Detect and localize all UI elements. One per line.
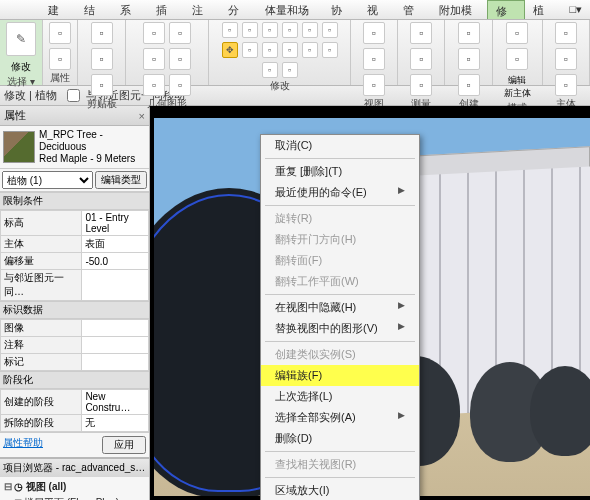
prop-value[interactable] (82, 320, 149, 337)
menu-tab-2[interactable]: 系统 (112, 0, 148, 19)
menu-bar: 建筑结构系统插入注释分析体量和场地协作视图管理附加模块修改植物□▾ (0, 0, 590, 20)
ribbon-icon[interactable]: ▫ (242, 42, 258, 58)
ribbon-icon[interactable]: ▫ (262, 42, 278, 58)
ribbon-icon[interactable]: ▫ (262, 62, 278, 78)
ribbon-icon[interactable]: ✥ (222, 42, 238, 58)
tree-thumbnail-icon (3, 131, 35, 163)
ribbon-icon[interactable]: ▫ (555, 74, 577, 96)
prop-value[interactable]: 无 (82, 415, 149, 432)
type-selector[interactable]: 植物 (1) (2, 171, 93, 189)
context-menu-item: 创建类似实例(S) (261, 344, 419, 365)
context-menu-item[interactable]: 选择全部实例(A)▶ (261, 407, 419, 428)
menu-tab-10[interactable]: 附加模块 (431, 0, 487, 19)
ribbon-icon[interactable]: ▫ (322, 22, 338, 38)
prop-value[interactable] (82, 337, 149, 354)
prop-value[interactable]: -50.0 (82, 253, 149, 270)
ribbon-icon[interactable]: ▫ (91, 48, 113, 70)
context-menu-item[interactable]: 区域放大(I) (261, 480, 419, 500)
ribbon-icon[interactable]: ▫ (555, 22, 577, 44)
ribbon-icon[interactable]: ▫ (143, 74, 165, 96)
ribbon-icon[interactable]: ▫ (302, 42, 318, 58)
ribbon-group-3: ▫▫▫▫▫▫几何图形 (126, 20, 210, 85)
prop-label: 图像 (1, 320, 82, 337)
ribbon-icon[interactable]: ▫ (410, 74, 432, 96)
tree-root[interactable]: ⊟◷ 视图 (all) (4, 479, 147, 495)
ribbon-icon[interactable]: ▫ (169, 74, 191, 96)
ribbon-icon[interactable]: ▫ (458, 74, 480, 96)
menu-tab-11[interactable]: 修改 (487, 0, 525, 19)
move-with-nearby-checkbox[interactable] (67, 89, 80, 102)
menu-tab-8[interactable]: 视图 (359, 0, 395, 19)
context-menu-item[interactable]: 重复 [删除](T) (261, 161, 419, 182)
ribbon-group-label: 选择 ▾ (7, 74, 35, 89)
menu-tab-9[interactable]: 管理 (395, 0, 431, 19)
menu-tab-12[interactable]: 植物 (525, 0, 561, 19)
prop-label: 注释 (1, 337, 82, 354)
ribbon-icon[interactable]: ▫ (506, 22, 528, 44)
edit-type-button[interactable]: 编辑类型 (95, 171, 147, 189)
context-menu-item[interactable]: 删除(D) (261, 428, 419, 449)
ribbon-icon[interactable]: ▫ (143, 22, 165, 44)
properties-help-link[interactable]: 属性帮助 (3, 436, 43, 454)
modify-icon[interactable]: ✎ (6, 22, 36, 56)
ribbon-icon[interactable]: ▫ (458, 22, 480, 44)
context-menu-item[interactable]: 替换视图中的图形(V)▶ (261, 318, 419, 339)
ribbon-icon[interactable]: ▫ (49, 22, 71, 44)
prop-value[interactable] (82, 270, 149, 301)
context-menu-item: 查找相关视图(R) (261, 454, 419, 475)
prop-label: 标高 (1, 211, 82, 236)
ribbon-icon[interactable]: ▫ (410, 48, 432, 70)
ribbon-icon[interactable]: ▫ (506, 48, 528, 70)
prop-value[interactable]: 表面 (82, 236, 149, 253)
ribbon-icon[interactable]: ▫ (282, 42, 298, 58)
ribbon-icon[interactable]: ▫ (282, 22, 298, 38)
ribbon-icon[interactable]: ▫ (91, 74, 113, 96)
context-menu-item[interactable]: 上次选择(L) (261, 386, 419, 407)
menu-tab-7[interactable]: 协作 (323, 0, 359, 19)
apply-button[interactable]: 应用 (102, 436, 146, 454)
menu-tab-0[interactable]: 建筑 (40, 0, 76, 19)
prop-section-header[interactable]: 限制条件 (0, 192, 149, 210)
ribbon-icon[interactable]: ▫ (242, 22, 258, 38)
menu-tab-6[interactable]: 体量和场地 (257, 0, 323, 19)
prop-value[interactable] (82, 354, 149, 371)
element-header[interactable]: M_RPC Tree - Deciduous Red Maple - 9 Met… (0, 126, 149, 169)
prop-value[interactable]: New Constru… (82, 390, 149, 415)
context-menu-item[interactable]: 在视图中隐藏(H)▶ (261, 297, 419, 318)
ribbon-icon[interactable]: ▫ (555, 48, 577, 70)
prop-section-header[interactable]: 标识数据 (0, 301, 149, 319)
prop-value[interactable]: 01 - Entry Level (82, 211, 149, 236)
context-menu-item[interactable]: 取消(C) (261, 135, 419, 156)
ribbon-icon[interactable]: ▫ (302, 22, 318, 38)
menu-tab-5[interactable]: 分析 (220, 0, 256, 19)
ribbon-icon[interactable]: ▫ (222, 22, 238, 38)
ribbon-icon[interactable]: ▫ (169, 48, 191, 70)
context-menu-item[interactable]: 编辑族(F) (261, 365, 419, 386)
ribbon-icon[interactable]: ▫ (410, 22, 432, 44)
context-menu-item: 翻转面(F) (261, 250, 419, 271)
menu-tab-4[interactable]: 注释 (184, 0, 220, 19)
ribbon-icon[interactable]: ▫ (322, 42, 338, 58)
ribbon-icon[interactable]: ▫ (458, 48, 480, 70)
context-menu-item: 旋转(R) (261, 208, 419, 229)
menu-tab-3[interactable]: 插入 (148, 0, 184, 19)
ribbon-group-label: 属性 (50, 70, 70, 85)
ribbon-icon[interactable]: ▫ (143, 48, 165, 70)
menu-overflow[interactable]: □▾ (561, 0, 590, 19)
ribbon-icon[interactable]: ▫ (363, 48, 385, 70)
context-menu-item[interactable]: 最近使用的命令(E)▶ (261, 182, 419, 203)
ribbon-icon[interactable]: ▫ (169, 22, 191, 44)
ribbon-icon[interactable]: ▫ (91, 22, 113, 44)
ribbon-icon[interactable]: ▫ (363, 22, 385, 44)
ribbon-group-5: ▫▫▫视图 (351, 20, 398, 85)
tree-node[interactable]: ⊞楼层平面 (Floor Plan) (4, 495, 147, 500)
ribbon-icon[interactable]: ▫ (282, 62, 298, 78)
menu-tab-1[interactable]: 结构 (76, 0, 112, 19)
close-icon[interactable]: × (139, 110, 145, 122)
ribbon-icon[interactable]: ▫ (363, 74, 385, 96)
chevron-right-icon: ▶ (398, 300, 405, 310)
options-bar-label: 修改 | 植物 (4, 88, 57, 103)
ribbon-icon[interactable]: ▫ (49, 48, 71, 70)
prop-section-header[interactable]: 阶段化 (0, 371, 149, 389)
ribbon-icon[interactable]: ▫ (262, 22, 278, 38)
